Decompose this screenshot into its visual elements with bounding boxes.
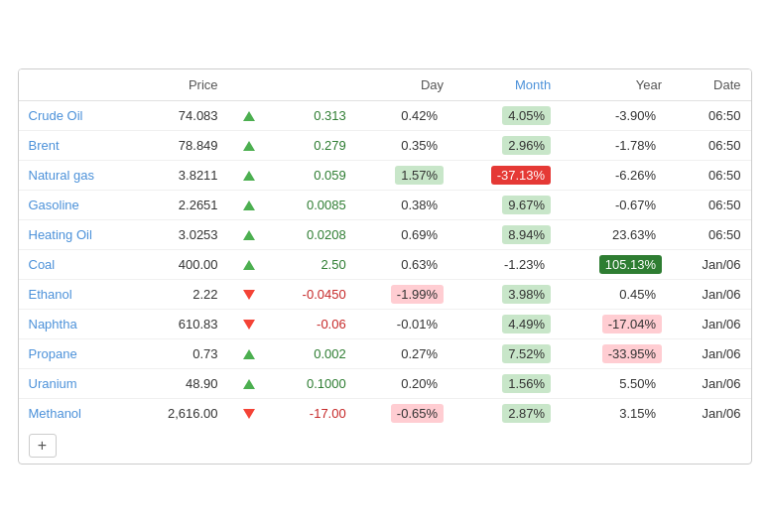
header-arrow — [228, 69, 271, 101]
direction-cell — [228, 160, 271, 190]
month-pct: 7.52% — [453, 338, 561, 368]
month-pct: 1.56% — [453, 368, 561, 398]
commodity-price: 78.849 — [134, 130, 228, 160]
commodity-date: 06:50 — [672, 219, 750, 249]
commodity-price: 3.8211 — [134, 160, 228, 190]
year-pct: -17.04% — [561, 309, 672, 338]
arrow-up-icon — [243, 260, 255, 270]
commodity-date: Jan/06 — [672, 279, 750, 309]
table-footer-row: + — [19, 428, 751, 464]
commodity-name[interactable]: Ethanol — [19, 279, 134, 309]
commodity-name[interactable]: Crude Oil — [19, 100, 134, 130]
direction-cell — [228, 309, 271, 338]
commodity-date: Jan/06 — [672, 338, 750, 368]
table-row: Coal400.002.500.63%-1.23%105.13%Jan/06 — [19, 249, 751, 279]
direction-cell — [228, 398, 271, 428]
day-pct: 0.35% — [356, 130, 453, 160]
day-pct: 0.38% — [356, 190, 453, 219]
commodity-date: Jan/06 — [672, 398, 750, 428]
month-pct: 4.05% — [453, 100, 561, 130]
month-pct: 4.49% — [453, 309, 561, 338]
table-header-row: Price Day Month Year Date — [19, 69, 751, 101]
change-value: 0.1000 — [271, 368, 356, 398]
commodity-name[interactable]: Naphtha — [19, 309, 134, 338]
footer-cell: + — [19, 428, 751, 464]
commodity-date: Jan/06 — [672, 249, 750, 279]
arrow-up-icon — [243, 379, 255, 389]
commodity-date: 06:50 — [672, 190, 750, 219]
commodity-price: 48.90 — [134, 368, 228, 398]
day-pct: -1.99% — [356, 279, 453, 309]
year-pct: 0.45% — [561, 279, 672, 309]
commodity-price: 2.22 — [134, 279, 228, 309]
commodity-name[interactable]: Uranium — [19, 368, 134, 398]
arrow-down-icon — [243, 290, 255, 300]
header-change — [271, 69, 356, 101]
table-row: Crude Oil74.0830.3130.42%4.05%-3.90%06:5… — [19, 100, 751, 130]
year-pct: 5.50% — [561, 368, 672, 398]
direction-cell — [228, 279, 271, 309]
commodity-name[interactable]: Coal — [19, 249, 134, 279]
month-pct: 8.94% — [453, 219, 561, 249]
commodity-name[interactable]: Methanol — [19, 398, 134, 428]
table-row: Naphtha610.83-0.06-0.01%4.49%-17.04%Jan/… — [19, 309, 751, 338]
day-pct: -0.01% — [356, 309, 453, 338]
day-pct: 0.42% — [356, 100, 453, 130]
arrow-up-icon — [243, 200, 255, 210]
year-pct: -0.67% — [561, 190, 672, 219]
direction-cell — [228, 368, 271, 398]
change-value: 0.002 — [271, 338, 356, 368]
commodity-date: 06:50 — [672, 100, 750, 130]
direction-cell — [228, 130, 271, 160]
header-day: Day — [356, 69, 453, 101]
commodity-name[interactable]: Natural gas — [19, 160, 134, 190]
change-value: -0.06 — [271, 309, 356, 338]
commodity-date: Jan/06 — [672, 309, 750, 338]
table-row: Uranium48.900.10000.20%1.56%5.50%Jan/06 — [19, 368, 751, 398]
change-value: 0.0208 — [271, 219, 356, 249]
commodity-table: Price Day Month Year Date Crude Oil74.08… — [19, 69, 751, 464]
day-pct: 0.63% — [356, 249, 453, 279]
day-pct: 1.57% — [356, 160, 453, 190]
change-value: -0.0450 — [271, 279, 356, 309]
day-pct: -0.65% — [356, 398, 453, 428]
commodity-date: Jan/06 — [672, 368, 750, 398]
year-pct: 105.13% — [561, 249, 672, 279]
change-value: 0.313 — [271, 100, 356, 130]
year-pct: -6.26% — [561, 160, 672, 190]
header-name — [19, 69, 134, 101]
commodity-table-wrapper: Price Day Month Year Date Crude Oil74.08… — [18, 68, 752, 465]
direction-cell — [228, 338, 271, 368]
commodity-price: 610.83 — [134, 309, 228, 338]
day-pct: 0.69% — [356, 219, 453, 249]
commodity-date: 06:50 — [672, 160, 750, 190]
table-row: Methanol2,616.00-17.00-0.65%2.87%3.15%Ja… — [19, 398, 751, 428]
add-row-button[interactable]: + — [29, 434, 57, 458]
year-pct: 3.15% — [561, 398, 672, 428]
commodity-name[interactable]: Brent — [19, 130, 134, 160]
month-pct: -1.23% — [453, 249, 561, 279]
year-pct: -1.78% — [561, 130, 672, 160]
month-pct: 2.87% — [453, 398, 561, 428]
commodity-price: 74.083 — [134, 100, 228, 130]
direction-cell — [228, 249, 271, 279]
table-row: Gasoline2.26510.00850.38%9.67%-0.67%06:5… — [19, 190, 751, 219]
commodity-name[interactable]: Gasoline — [19, 190, 134, 219]
arrow-down-icon — [243, 320, 255, 330]
year-pct: 23.63% — [561, 219, 672, 249]
direction-cell — [228, 190, 271, 219]
change-value: 0.279 — [271, 130, 356, 160]
table-row: Heating Oil3.02530.02080.69%8.94%23.63%0… — [19, 219, 751, 249]
table-row: Brent78.8490.2790.35%2.96%-1.78%06:50 — [19, 130, 751, 160]
commodity-name[interactable]: Propane — [19, 338, 134, 368]
arrow-up-icon — [243, 111, 255, 121]
commodity-price: 2.2651 — [134, 190, 228, 219]
change-value: 0.0085 — [271, 190, 356, 219]
table-row: Ethanol2.22-0.0450-1.99%3.98%0.45%Jan/06 — [19, 279, 751, 309]
year-pct: -33.95% — [561, 338, 672, 368]
commodity-name[interactable]: Heating Oil — [19, 219, 134, 249]
commodity-date: 06:50 — [672, 130, 750, 160]
change-value: -17.00 — [271, 398, 356, 428]
arrow-up-icon — [243, 171, 255, 181]
header-year: Year — [561, 69, 672, 101]
